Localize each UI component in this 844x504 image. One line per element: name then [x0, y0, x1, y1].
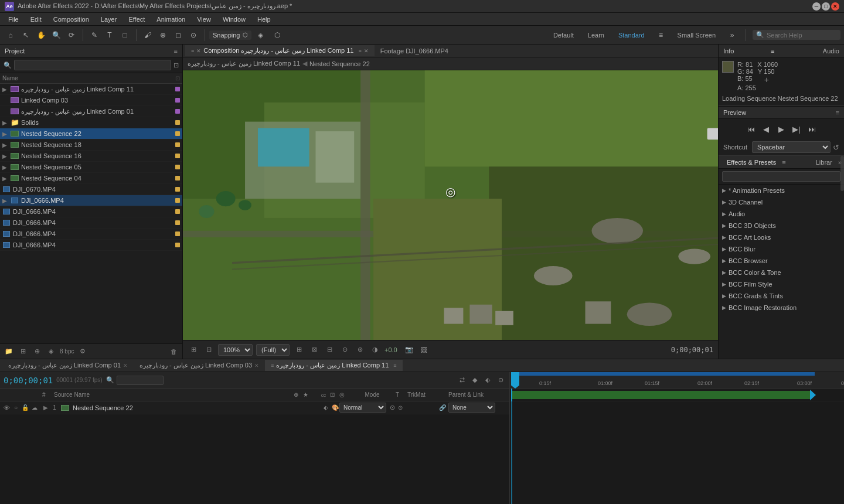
effects-item-bccfilm[interactable]: ▶ BCC Film Style — [719, 278, 844, 290]
breadcrumb-comp[interactable]: زمین عباس - رودبارچیره Linked Comp 11 — [188, 60, 300, 67]
prev-next-btn[interactable]: ▶| — [790, 122, 803, 135]
effects-tab[interactable]: Effects & Presets — [721, 157, 782, 168]
shape-tool[interactable]: □ — [118, 28, 132, 42]
project-item-nested18[interactable]: ▶ Nested Sequence 18 — [0, 139, 182, 151]
settings-icon[interactable]: ⚙ — [77, 346, 88, 357]
zoom-select[interactable]: 100% 50% 200% — [218, 344, 253, 356]
library-tab[interactable]: Librar — [810, 157, 838, 168]
menu-help[interactable]: Help — [253, 15, 275, 24]
workspace-menu[interactable]: ≡ — [654, 28, 668, 42]
workspace-small-screen[interactable]: Small Screen — [673, 30, 720, 40]
nested04-expand[interactable]: ▶ — [2, 175, 7, 182]
effects-item-bccgrads[interactable]: ▶ BCC Grads & Tints — [719, 290, 844, 302]
nested22-expand[interactable]: ▶ — [2, 131, 7, 137]
toggle-mask[interactable]: ⊙ — [339, 344, 350, 356]
menu-animation[interactable]: Animation — [152, 15, 190, 24]
composition-viewer[interactable]: ◎ — [183, 70, 718, 340]
menu-composition[interactable]: Composition — [49, 15, 94, 24]
snapshot-icon[interactable]: 📷 — [403, 344, 415, 356]
comp03-tab-close[interactable]: ✕ — [254, 363, 259, 369]
project-item-comp11[interactable]: ▶ زمین عباس - رودبارچیره Linked Comp 11 — [0, 84, 182, 95]
prev-first-btn[interactable]: ⏮ — [744, 122, 757, 135]
find-icon[interactable]: ◈ — [46, 346, 56, 357]
effects-item-animation[interactable]: ▶ * Animation Presets — [719, 185, 844, 196]
project-item-dji0666-4[interactable]: DJI_0666.MP4 — [0, 229, 182, 240]
timeline-search-input[interactable] — [117, 376, 164, 385]
extra-tool-1[interactable]: ◈ — [254, 28, 268, 42]
comp-tab-menu[interactable]: ≡ — [358, 48, 361, 54]
quality-select[interactable]: (Full) (Half) — [256, 344, 290, 356]
nested16-expand[interactable]: ▶ — [2, 153, 7, 159]
project-item-dji0666-5[interactable]: DJI_0666.MP4 — [0, 240, 182, 251]
camera-orbit[interactable]: ⟳ — [64, 28, 79, 42]
col-sort-icon[interactable]: ⊡ — [175, 75, 180, 81]
brush-tool[interactable]: 🖌 — [141, 28, 155, 42]
hand-tool[interactable]: ✋ — [34, 28, 48, 42]
exposure-icon[interactable]: ◑ — [369, 344, 381, 356]
layer-1-visibility[interactable]: 👁 — [2, 404, 11, 412]
expand-icon[interactable]: ▶ — [2, 86, 7, 93]
zoom-tool[interactable]: 🔍 — [49, 28, 63, 42]
nested05-expand[interactable]: ▶ — [2, 164, 7, 171]
search-help-input[interactable] — [767, 32, 837, 39]
project-item-nested04[interactable]: ▶ Nested Sequence 04 — [0, 173, 182, 184]
workspace-learn[interactable]: Learn — [583, 30, 609, 40]
preview-menu[interactable]: ≡ — [836, 109, 839, 116]
project-item-nested05[interactable]: ▶ Nested Sequence 05 — [0, 162, 182, 173]
layer-1-lock[interactable]: 🔓 — [21, 404, 29, 412]
menu-edit[interactable]: Edit — [26, 15, 46, 24]
effects-item-bcccolor[interactable]: ▶ BCC Color & Tone — [719, 267, 844, 278]
select-tool[interactable]: ↖ — [19, 28, 33, 42]
project-item-comp01[interactable]: زمین عباس - رودبارچیره Linked Comp 01 — [0, 106, 182, 117]
shortcut-select[interactable]: Spacebar Numpad 0 — [752, 141, 831, 153]
puppet-tool[interactable]: ⊙ — [186, 28, 200, 42]
menu-view[interactable]: View — [192, 15, 216, 24]
project-search-input[interactable] — [14, 60, 171, 70]
project-menu-icon[interactable]: ≡ — [174, 47, 178, 55]
resize-icon[interactable]: ⊡ — [203, 344, 215, 356]
tl-keyframe-icon[interactable]: ◆ — [469, 375, 480, 386]
text-tool[interactable]: T — [103, 28, 117, 42]
project-item-comp03[interactable]: Linked Comp 03 — [0, 95, 182, 106]
effects-menu[interactable]: ≡ — [782, 159, 785, 166]
project-item-nested22[interactable]: ▶ Nested Sequence 22 — [0, 128, 182, 139]
workspace-extra[interactable]: » — [725, 28, 739, 42]
layer-1-solo[interactable]: ○ — [12, 404, 20, 412]
effects-item-bccimage[interactable]: ▶ BCC Image Restoration — [719, 302, 844, 314]
info-tab[interactable]: Info — [723, 47, 734, 55]
info-menu[interactable]: ≡ — [771, 47, 774, 55]
trash-icon[interactable]: 🗑 — [168, 346, 179, 357]
layer-1-shy[interactable]: ☁ — [30, 404, 39, 412]
effects-scrollbar[interactable] — [840, 156, 844, 191]
solids-expand[interactable]: ▶ — [2, 120, 7, 126]
project-item-solids[interactable]: ▶ 📁 Solids — [0, 117, 182, 128]
tl-settings-icon[interactable]: ⊙ — [495, 375, 506, 386]
audio-tab[interactable]: Audio — [823, 47, 839, 55]
tab-comp11[interactable]: ≡ ✕ Composition زمین عباس - رودبارچیره L… — [185, 45, 375, 56]
dji0666-1-expand[interactable]: ▶ — [2, 197, 7, 204]
comp01-tab-close[interactable]: ✕ — [123, 363, 128, 369]
effects-item-bcc3d[interactable]: ▶ BCC 3D Objects — [719, 220, 844, 231]
maximize-button[interactable]: □ — [822, 2, 830, 11]
project-item-dji0666-1[interactable]: ▶ DJI_0666.MP4 — [0, 195, 182, 206]
timeline-tab-comp03[interactable]: زمین عباس - رودبارچیره Linked Comp 03 ✕ — [134, 360, 265, 371]
tl-move-icon[interactable]: ⇄ — [457, 375, 467, 386]
prev-play-btn[interactable]: ▶ — [775, 122, 788, 135]
track-green-bar[interactable] — [511, 391, 812, 399]
new-comp-icon[interactable]: ⊞ — [18, 346, 28, 357]
layer-1-keyframe[interactable]: ⬖ — [322, 404, 330, 412]
effects-search-input[interactable] — [722, 171, 840, 182]
toggle-pixel[interactable]: ⊞ — [293, 344, 305, 356]
menu-window[interactable]: Window — [218, 15, 250, 24]
plus-sign[interactable]: + — [764, 75, 769, 84]
effects-item-bccart[interactable]: ▶ BCC Art Looks — [719, 231, 844, 243]
new-folder-icon[interactable]: 📁 — [4, 346, 14, 357]
toggle-safe[interactable]: ⊠ — [308, 344, 320, 356]
fit-icon[interactable]: ⊞ — [188, 344, 199, 356]
menu-effect[interactable]: Effect — [124, 15, 149, 24]
comp-tab-close[interactable]: ✕ — [364, 48, 369, 54]
timeline-tab-comp11[interactable]: ≡ زمین عباس - رودبارچیره Linked Comp 11 … — [265, 360, 403, 371]
effects-item-3d-channel[interactable]: ▶ 3D Channel — [719, 196, 844, 208]
project-item-dji0666-2[interactable]: DJI_0666.MP4 — [0, 206, 182, 217]
prev-last-btn[interactable]: ⏭ — [805, 122, 818, 135]
